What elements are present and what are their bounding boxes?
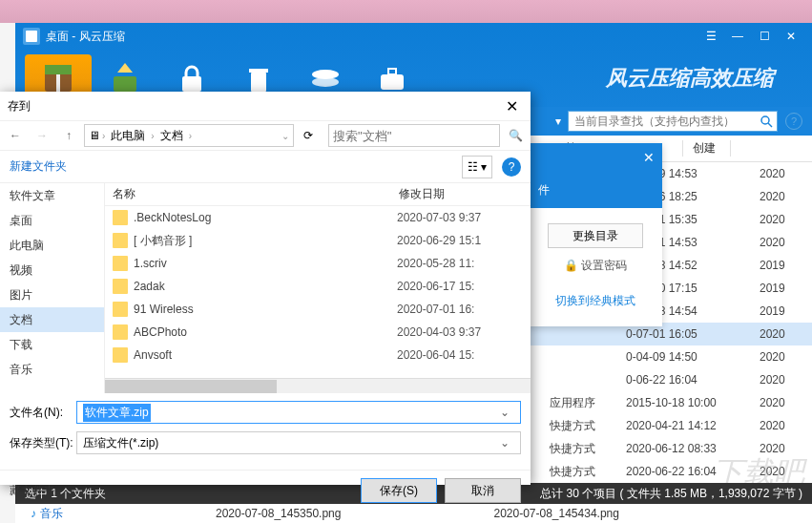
new-folder-button[interactable]: 新建文件夹 [10,158,67,175]
close-button[interactable]: ✕ [778,27,804,46]
filename-label: 文件名(N): [10,405,76,421]
folder-icon [113,210,128,225]
file-row[interactable]: .BeckNotesLog2020-07-03 9:37 [105,206,531,229]
dropdown-icon[interactable]: ▾ [549,112,568,131]
folder-icon [113,302,128,317]
bc-docs[interactable]: 文档 [156,128,187,144]
chevron-right-icon: › [189,131,192,141]
file-row[interactable]: 2adak2020-06-17 15: [105,275,531,298]
chevron-down-icon[interactable]: ⌄ [495,436,514,450]
save-button[interactable]: 保存(S) [361,478,437,503]
sidebar-item[interactable]: 下载 [0,332,104,357]
filetype-label: 保存类型(T): [10,435,76,451]
chevron-right-icon: › [102,131,105,141]
settings-icon[interactable]: ☰ [697,27,724,46]
file-row[interactable]: ABCPhoto2020-04-03 9:37 [105,321,531,344]
svg-rect-6 [182,76,201,92]
h-scrollbar[interactable] [105,378,531,393]
svg-rect-7 [251,73,266,92]
dialog-title: 存到 [8,98,500,115]
bc-pc[interactable]: 此电脑 [107,128,149,144]
file-row[interactable]: [ 小鹤音形 ]2020-06-29 15:1 [105,229,531,252]
window-title: 桌面 - 风云压缩 [46,29,697,45]
dialog-nav: ← → ↑ 🖥 › 此电脑 › 文档 › ⌄ ⟳ 🔍 [0,120,531,151]
filter-search-icon[interactable]: 🔍 [504,124,527,147]
svg-rect-3 [45,65,72,74]
refresh-icon[interactable]: ⟳ [298,129,319,142]
chevron-right-icon: › [151,131,154,141]
svg-rect-5 [114,76,136,92]
folder-icon [113,347,128,363]
folder-icon [113,256,128,271]
folder-icon [113,233,128,248]
dialog-close-icon[interactable]: ✕ [500,97,523,115]
file-row[interactable]: 91 Wireless2020-07-01 16: [105,298,531,321]
svg-rect-1 [26,31,37,42]
hide-folders-link[interactable]: 藏文件夹 [10,483,55,499]
chevron-down-icon[interactable]: ⌄ [281,131,289,141]
sidebar-item[interactable]: 视频 [0,258,104,282]
save-dialog: 存到 ✕ ← → ↑ 🖥 › 此电脑 › 文档 › ⌄ ⟳ 🔍 新建文件夹 ☷ … [0,92,531,485]
sidebar-item[interactable]: 音乐 [0,357,104,382]
app-icon [23,28,40,45]
view-mode-button[interactable]: ☷ ▾ [462,156,492,178]
folder-icon [113,324,128,340]
chevron-down-icon[interactable]: ⌄ [495,406,514,419]
sidebar-item[interactable]: 图片 [0,282,104,307]
pc-icon: 🖥 [89,129,100,142]
app-slogan: 风云压缩高效压缩 [426,64,802,93]
svg-point-13 [761,116,769,124]
search-input[interactable] [568,111,778,132]
side-popup: ✕ 件 更换目录 🔒 设置密码 切换到经典模式 [529,143,662,326]
change-dir-button[interactable]: 更换目录 [548,223,643,248]
folder-icon [113,279,128,294]
filename-input[interactable]: 软件文章.zip ⌄ [76,401,521,424]
titlebar: 桌面 - 风云压缩 ☰ — ☐ ✕ [15,23,812,50]
filetype-select[interactable]: 压缩文件(*.zip) ⌄ [76,431,521,454]
file-row[interactable]: Anvsoft2020-06-04 15: [105,344,531,366]
col-created[interactable]: 创建 [683,140,731,157]
svg-rect-12 [388,69,396,74]
svg-rect-4 [56,74,60,92]
classic-mode-link[interactable]: 切换到经典模式 [529,283,662,319]
minimize-button[interactable]: — [724,27,751,46]
nav-back-icon[interactable]: ← [4,124,27,147]
cancel-button[interactable]: 取消 [445,478,521,503]
filter-input[interactable] [328,124,500,147]
maximize-button[interactable]: ☐ [751,27,778,46]
nav-forward-icon: → [31,124,53,147]
sidebar-item[interactable]: 此电脑 [0,233,104,258]
status-total: 总计 30 个项目 ( 文件共 1.85 MB，1,939,072 字节 ) [540,486,802,502]
help-icon[interactable]: ? [785,113,802,130]
col-modified[interactable]: 修改日期 [391,186,515,202]
search-button[interactable] [755,111,778,132]
svg-rect-11 [381,74,404,90]
dialog-file-list: 名称 修改日期 .BeckNotesLog2020-07-03 9:37[ 小鹤… [105,183,531,393]
dialog-help-icon[interactable]: ? [502,157,521,177]
svg-line-14 [768,123,772,127]
svg-point-10 [312,77,339,87]
file-row[interactable]: 1.scriv2020-05-28 11: [105,252,531,275]
col-name[interactable]: 名称 [105,186,391,202]
svg-rect-8 [249,69,268,73]
breadcrumb[interactable]: 🖥 › 此电脑 › 文档 › ⌄ [84,124,294,147]
sidebar-item[interactable]: 文档 [0,307,104,332]
sidebar-item[interactable]: 软件文章 [0,183,104,208]
popup-close-icon[interactable]: ✕ [643,150,655,165]
nav-up-icon[interactable]: ↑ [57,124,80,147]
popup-label: 件 [538,182,550,199]
sidebar-item[interactable]: 桌面 [0,208,104,233]
set-password-button[interactable]: 🔒 设置密码 [529,258,662,274]
lock-icon: 🔒 [564,259,578,272]
dialog-sidebar: 软件文章桌面此电脑视频图片文档下载音乐 [0,183,105,393]
